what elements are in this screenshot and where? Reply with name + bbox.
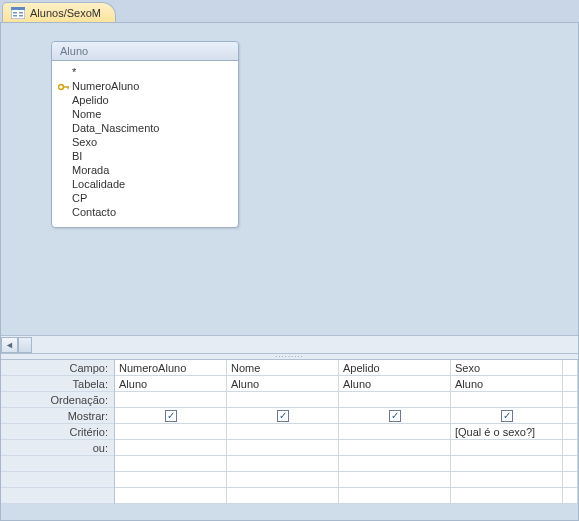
grid-cell[interactable]: ✓ — [451, 408, 563, 424]
field-item[interactable]: Localidade — [56, 177, 234, 191]
grid-cell[interactable] — [563, 408, 578, 424]
show-checkbox[interactable]: ✓ — [277, 410, 289, 422]
query-design-view: Aluno *NumeroAlunoApelidoNomeData_Nascim… — [0, 22, 579, 521]
show-checkbox[interactable]: ✓ — [501, 410, 513, 422]
scroll-left-button[interactable]: ◄ — [1, 337, 18, 353]
field-name: * — [72, 66, 76, 78]
grid-cell[interactable] — [451, 440, 563, 456]
field-name: Data_Nascimento — [72, 122, 159, 134]
field-name: NumeroAluno — [72, 80, 139, 92]
grid-cell[interactable]: [Qual é o sexo?] — [451, 424, 563, 440]
grid-cell[interactable] — [563, 488, 578, 504]
grid-cell[interactable]: ✓ — [339, 408, 451, 424]
grid-cell[interactable] — [115, 472, 227, 488]
grid-cell[interactable] — [339, 392, 451, 408]
svg-rect-1 — [11, 7, 25, 10]
tab-bar: Alunos/SexoM — [0, 0, 579, 22]
field-item[interactable]: Apelido — [56, 93, 234, 107]
label-ou: ou: — [1, 440, 114, 456]
field-name: Localidade — [72, 178, 125, 190]
grid-cell[interactable] — [115, 488, 227, 504]
tab-alunos-sexom[interactable]: Alunos/SexoM — [2, 2, 116, 22]
grid-cell[interactable] — [451, 392, 563, 408]
label-ordenacao: Ordenação: — [1, 392, 114, 408]
field-list: *NumeroAlunoApelidoNomeData_NascimentoSe… — [52, 61, 238, 227]
grid-cell[interactable] — [563, 456, 578, 472]
label-campo: Campo: — [1, 360, 114, 376]
field-name: Nome — [72, 108, 101, 120]
grid-cell[interactable] — [563, 424, 578, 440]
table-aluno[interactable]: Aluno *NumeroAlunoApelidoNomeData_Nascim… — [51, 41, 239, 228]
grid-cells: NumeroAlunoNomeApelidoSexoAlunoAlunoAlun… — [115, 360, 578, 504]
grid-cell[interactable]: Sexo — [451, 360, 563, 376]
grid-cell[interactable] — [339, 472, 451, 488]
grid-cell[interactable] — [451, 472, 563, 488]
grid-cell[interactable]: ✓ — [227, 408, 339, 424]
grid-cell[interactable]: Aluno — [227, 376, 339, 392]
relationships-pane[interactable]: Aluno *NumeroAlunoApelidoNomeData_Nascim… — [1, 23, 578, 353]
grid-cell[interactable]: Nome — [227, 360, 339, 376]
field-item[interactable]: * — [56, 65, 234, 79]
grid-cell[interactable] — [227, 440, 339, 456]
grid-cell[interactable] — [563, 440, 578, 456]
show-checkbox[interactable]: ✓ — [165, 410, 177, 422]
field-item[interactable]: Sexo — [56, 135, 234, 149]
grid-cell[interactable]: Aluno — [339, 376, 451, 392]
grid-cell[interactable] — [339, 488, 451, 504]
grid-cell[interactable] — [451, 488, 563, 504]
grid-cell[interactable] — [563, 360, 578, 376]
field-name: BI — [72, 150, 82, 162]
grid-cell[interactable] — [563, 392, 578, 408]
grid-cell[interactable]: NumeroAluno — [115, 360, 227, 376]
field-name: Morada — [72, 164, 109, 176]
grid-cell[interactable]: Apelido — [339, 360, 451, 376]
row-labels: Campo: Tabela: Ordenação: Mostrar: Crité… — [1, 360, 115, 504]
label-criterio: Critério: — [1, 424, 114, 440]
primary-key-icon — [58, 82, 70, 92]
field-item[interactable]: Nome — [56, 107, 234, 121]
grid-cell[interactable] — [563, 376, 578, 392]
grid-cell[interactable] — [115, 440, 227, 456]
horizontal-scrollbar[interactable]: ◄ — [1, 335, 578, 353]
grid-cell[interactable] — [227, 424, 339, 440]
scroll-thumb[interactable] — [18, 337, 32, 353]
scroll-track[interactable] — [18, 337, 578, 353]
table-header[interactable]: Aluno — [52, 42, 238, 61]
field-name: Sexo — [72, 136, 97, 148]
pane-splitter[interactable]: ········· — [1, 353, 578, 360]
grid-cell[interactable] — [227, 472, 339, 488]
grid-cell[interactable] — [339, 424, 451, 440]
label-tabela: Tabela: — [1, 376, 114, 392]
grid-cell[interactable] — [115, 392, 227, 408]
field-item[interactable]: Data_Nascimento — [56, 121, 234, 135]
grid-cell[interactable] — [115, 456, 227, 472]
grid-cell[interactable] — [227, 488, 339, 504]
grid-cell[interactable] — [339, 440, 451, 456]
show-checkbox[interactable]: ✓ — [389, 410, 401, 422]
design-grid: Campo: Tabela: Ordenação: Mostrar: Crité… — [1, 360, 578, 504]
grid-cell[interactable]: Aluno — [451, 376, 563, 392]
grid-cell[interactable] — [227, 456, 339, 472]
grid-cell[interactable]: Aluno — [115, 376, 227, 392]
grid-cell[interactable] — [339, 456, 451, 472]
label-mostrar: Mostrar: — [1, 408, 114, 424]
tab-title: Alunos/SexoM — [30, 7, 101, 19]
grid-cell[interactable] — [227, 392, 339, 408]
field-item[interactable]: Contacto — [56, 205, 234, 219]
field-item[interactable]: Morada — [56, 163, 234, 177]
grid-cell[interactable] — [451, 456, 563, 472]
grid-cell[interactable]: ✓ — [115, 408, 227, 424]
field-item[interactable]: NumeroAluno — [56, 79, 234, 93]
grid-cell[interactable] — [563, 472, 578, 488]
query-icon — [11, 7, 25, 19]
svg-rect-5 — [19, 15, 23, 17]
svg-rect-8 — [68, 86, 69, 89]
field-item[interactable]: CP — [56, 191, 234, 205]
svg-rect-3 — [13, 15, 17, 17]
svg-rect-2 — [13, 12, 17, 14]
field-item[interactable]: BI — [56, 149, 234, 163]
field-name: Contacto — [72, 206, 116, 218]
field-name: CP — [72, 192, 87, 204]
svg-rect-4 — [19, 12, 23, 14]
grid-cell[interactable] — [115, 424, 227, 440]
